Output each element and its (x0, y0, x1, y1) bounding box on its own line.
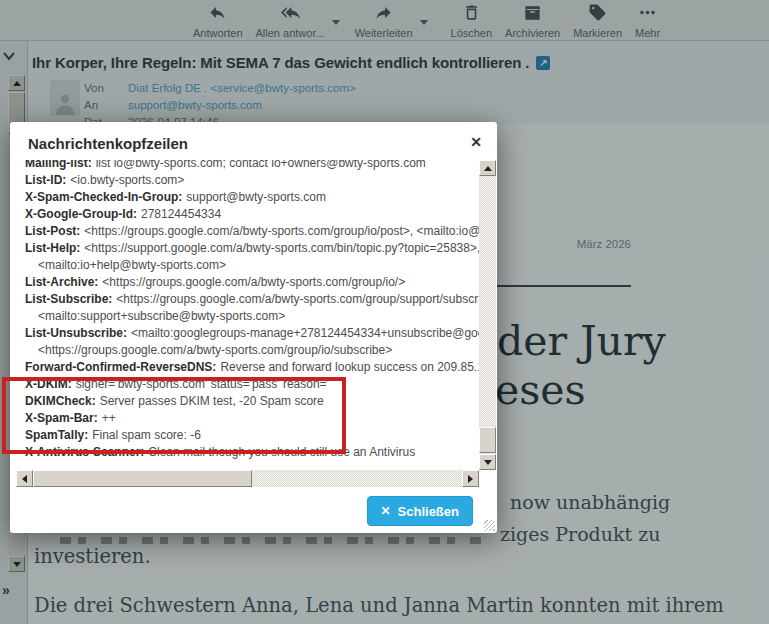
dialog-footer: ✕ Schließen (10, 487, 497, 533)
arrow-down-icon (484, 460, 492, 465)
header-line: List-Post:<https://groups.google.com/a/b… (25, 223, 479, 240)
close-icon[interactable]: ✕ (470, 133, 482, 151)
headers-dialog: Nachrichtenkopfzeilen ✕ Mailing-list:lis… (10, 122, 497, 533)
dialog-vertical-scrollbar[interactable] (479, 160, 496, 470)
arrow-right-icon (468, 475, 473, 483)
resize-handle[interactable] (484, 520, 495, 531)
header-line: List-Subscribe:<https://groups.google.co… (25, 291, 479, 308)
header-line: X-Spam-Checked-In-Group:support@bwty-spo… (25, 189, 479, 206)
header-line: List-ID:<io.bwty-sports.com> (25, 172, 479, 189)
arrow-up-icon (484, 166, 492, 171)
header-line: <mailto:support+subscribe@bwty-sports.co… (25, 308, 479, 325)
close-dialog-button[interactable]: ✕ Schließen (367, 496, 473, 526)
header-line: X-Google-Group-Id:278124454334 (25, 206, 479, 223)
red-highlight-box (2, 377, 346, 454)
scroll-up-button[interactable] (479, 160, 496, 176)
close-button-label: Schließen (398, 504, 459, 519)
close-icon: ✕ (381, 504, 391, 518)
header-line: <mailto:io+help@bwty-sports.com> (25, 257, 479, 274)
scroll-down-button[interactable] (479, 454, 496, 470)
header-line: List-Unsubscribe:<mailto:googlegroups-ma… (25, 325, 479, 342)
header-line: List-Help:<https://support.google.com/a/… (25, 240, 479, 257)
scroll-right-button[interactable] (462, 470, 479, 487)
header-line: Mailing-list:list io@bwty-sports.com; co… (25, 160, 479, 172)
scrollbar-thumb[interactable] (33, 470, 252, 487)
scrollbar-thumb[interactable] (479, 427, 496, 453)
header-line: Forward-Confirmed-ReverseDNS:Reverse and… (25, 359, 479, 376)
dialog-horizontal-scrollbar[interactable] (16, 470, 479, 487)
screen: Antworten Allen antwor... Weiterleiten L… (0, 0, 769, 624)
header-line: List-Archive:<https://groups.google.com/… (25, 274, 479, 291)
dialog-title: Nachrichtenkopfzeilen (28, 135, 188, 152)
header-line: <https://groups.google.com/a/bwty-sports… (25, 342, 479, 359)
arrow-left-icon (22, 475, 27, 483)
scroll-left-button[interactable] (16, 470, 33, 487)
